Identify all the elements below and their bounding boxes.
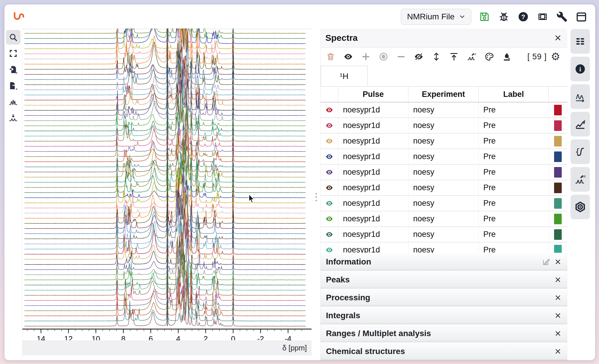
close-accordion-button[interactable] <box>552 274 564 286</box>
accordion-label: Information <box>326 257 540 267</box>
information-panel-button[interactable]: i <box>571 57 590 81</box>
video-tutorials-button[interactable] <box>536 11 549 23</box>
add-spectra-button[interactable] <box>357 50 375 63</box>
report-bug-button[interactable] <box>498 11 510 23</box>
spectrum-visibility-toggle[interactable] <box>321 134 338 149</box>
accordion-peaks[interactable]: Peaks <box>321 271 567 289</box>
accordion-label: Peaks <box>326 275 552 284</box>
accordion-chemical-structures[interactable]: Chemical structures <box>321 342 567 360</box>
spectrum-pulse: noesypr1d <box>338 180 408 195</box>
spectrum-visibility-toggle[interactable] <box>321 211 338 226</box>
spectrum-row[interactable]: noesypr1dnoesyPre <box>321 211 567 227</box>
spectrum-color-swatch[interactable] <box>549 180 567 195</box>
spectrum-color-swatch[interactable] <box>549 118 567 133</box>
close-accordion-button[interactable] <box>552 310 564 321</box>
spectrum-color-swatch[interactable] <box>549 149 567 164</box>
accordion-label: Ranges / Multiplet analysis <box>326 329 552 338</box>
close-accordion-button[interactable] <box>552 292 564 304</box>
edit-button[interactable] <box>540 256 552 268</box>
fill-color-button[interactable] <box>498 50 516 63</box>
trash-icon <box>326 52 335 61</box>
accordion-ranges-multiplet-analysis[interactable]: Ranges / Multiplet analysis <box>321 324 567 342</box>
spectrum-color-swatch[interactable] <box>549 227 567 242</box>
window-layout-button[interactable] <box>575 11 588 23</box>
nmrium-logo-icon[interactable] <box>12 11 24 23</box>
peaks-panel-button[interactable] <box>571 84 590 109</box>
spectra-peaks-icon <box>9 97 18 107</box>
integrals-panel-button[interactable]: { <box>571 139 590 164</box>
zoom-tool-button[interactable] <box>6 30 21 45</box>
spectrum-row[interactable]: noesypr1dnoesyPre <box>321 149 567 165</box>
respacing-spectra-button[interactable] <box>428 50 445 63</box>
spectra-settings-button[interactable]: ⚙ <box>547 50 564 63</box>
processings-panel-button[interactable] <box>571 112 590 136</box>
spectrum-row[interactable]: noesypr1dnoesyPre <box>321 102 567 118</box>
spectrum-row[interactable]: noesypr1dnoesyPre <box>321 134 567 149</box>
spectrum-row[interactable]: noesypr1dnoesyPre <box>321 227 567 242</box>
export-button[interactable] <box>6 78 21 93</box>
spectrum-color-swatch[interactable] <box>549 196 567 211</box>
ranges-multiplet-panel-button[interactable]: m <box>571 167 590 192</box>
chemical-structures-panel-button[interactable] <box>571 195 590 219</box>
close-accordion-button[interactable] <box>552 328 564 339</box>
align-spectra-button[interactable] <box>6 111 21 125</box>
nucleus-tabs: ¹H <box>321 66 567 87</box>
spectrum-row[interactable]: noesypr1dnoesyPre <box>321 196 567 211</box>
full-zoom-out-button[interactable] <box>6 46 21 61</box>
accordion-integrals[interactable]: Integrals <box>321 306 567 324</box>
general-settings-button[interactable] <box>556 11 568 23</box>
plus-icon <box>361 52 370 61</box>
spectrum-color-swatch[interactable] <box>549 165 567 180</box>
spectrum-color-swatch[interactable] <box>549 211 567 226</box>
spectrum-visibility-toggle[interactable] <box>321 242 338 253</box>
spectrum-visibility-toggle[interactable] <box>321 118 338 133</box>
tab-1h[interactable]: ¹H <box>321 66 368 86</box>
show-only-selected-button[interactable] <box>375 50 392 63</box>
stack-spectra-button[interactable] <box>6 95 21 109</box>
spectrum-experiment: noesy <box>408 180 479 195</box>
svg-text:?: ? <box>521 13 525 21</box>
hide-selected-button[interactable] <box>410 50 428 63</box>
close-spectra-panel-button[interactable] <box>553 33 563 43</box>
spectrum-color-swatch[interactable] <box>549 242 567 253</box>
vertical-arrows-icon <box>432 52 441 61</box>
spectrum-row[interactable]: noesypr1dnoesyPre <box>321 242 567 253</box>
spectra-count-badge: [ 59 ] <box>527 52 547 61</box>
help-button[interactable]: ? <box>517 11 529 23</box>
spectrum-visibility-toggle[interactable] <box>321 180 338 195</box>
spectrum-pulse: noesypr1d <box>338 242 408 253</box>
spectrum-visibility-toggle[interactable] <box>321 165 338 180</box>
import-button[interactable] <box>6 62 21 77</box>
show-hide-spectra-button[interactable] <box>339 50 357 63</box>
accordion-information[interactable]: Information <box>321 253 567 271</box>
spectrum-pulse: noesypr1d <box>338 227 408 242</box>
reset-scale-button[interactable] <box>445 50 463 63</box>
col-experiment: Experiment <box>408 87 479 102</box>
remove-selected-button[interactable] <box>392 50 410 63</box>
file-menu-dropdown[interactable]: NMRium File <box>401 9 471 25</box>
spectrum-color-swatch[interactable] <box>549 102 567 117</box>
spectrum-color-swatch[interactable] <box>549 134 567 149</box>
spectrum-visibility-toggle[interactable] <box>321 196 338 211</box>
accordion-processing[interactable]: Processing <box>321 289 567 306</box>
spectrum-row[interactable]: noesypr1dnoesyPre <box>321 118 567 134</box>
spectrum-visibility-toggle[interactable] <box>321 227 338 242</box>
spectrum-visibility-toggle[interactable] <box>321 102 338 117</box>
eye-icon <box>325 168 333 176</box>
spectra-list-panel-button[interactable] <box>571 29 590 54</box>
close-accordion-button[interactable] <box>552 346 564 357</box>
close-icon <box>555 259 561 265</box>
close-accordion-button[interactable] <box>552 256 564 268</box>
ranges-multiplet-icon: m <box>575 174 586 185</box>
delete-all-spectra-button[interactable] <box>322 50 339 63</box>
spectrum-row[interactable]: noesypr1dnoesyPre <box>321 165 567 180</box>
spectrum-row[interactable]: noesypr1dnoesyPre <box>321 180 567 196</box>
spectrum-visibility-toggle[interactable] <box>321 149 338 164</box>
spectrum-pulse: noesypr1d <box>338 211 408 226</box>
spectra-table-header: Pulse Experiment Label <box>321 87 567 102</box>
auto-ranges-tool-button[interactable]: m <box>463 50 480 63</box>
panel-resize-handle[interactable]: ⋮ <box>312 186 320 207</box>
list-rows-icon <box>575 36 586 47</box>
default-palette-button[interactable] <box>480 50 498 63</box>
save-button[interactable] <box>478 11 491 23</box>
